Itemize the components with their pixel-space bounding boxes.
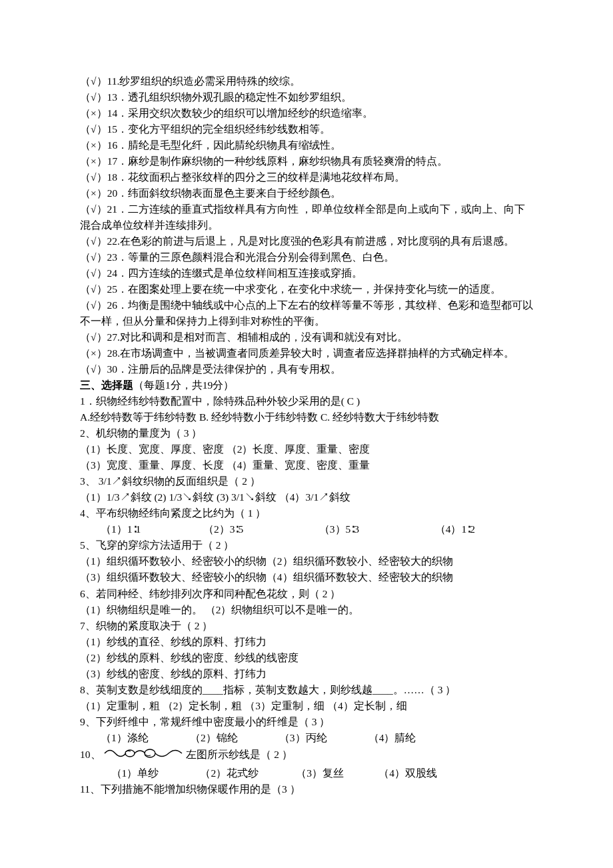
mc-q10-stem: 10、 左图所示纱线是（ 2 ） xyxy=(80,746,533,765)
tf-item-21: （√）21．二方连续的垂直式指纹样具有方向性 ，即单位纹样全部是向上或向下，或向… xyxy=(80,201,533,233)
mc-q8-stem: 8、英制支数是纱线细度的____指标，英制支数越大，则纱线越____。……（ 3… xyxy=(80,682,533,698)
svg-point-1 xyxy=(145,749,155,757)
tf-item-17: （×）17．麻纱是制作麻织物的一种纱线原料，麻纱织物具有质轻爽滑的特点。 xyxy=(80,153,533,169)
tf-item-23: （√）23．等量的三原色颜料混合和光混合分别会得到黑色、白色。 xyxy=(80,249,533,265)
mc-q4-stem: 4、平布织物经纬向紧度之比约为（ 1 ） xyxy=(80,505,533,521)
mc-q11-stem: 11、下列措施不能增加织物保暖作用的是（3 ） xyxy=(80,781,533,797)
tf-item-18: （√）18．花纹面积占整张纹样的四分之三的纹样是满地花纹样布局。 xyxy=(80,169,533,185)
mc-q9-options: （1）涤纶 （2）锦纶 （3）丙纶 （4）腈纶 xyxy=(80,730,533,746)
tf-item-30: （√）30．注册后的品牌是受法律保护的，具有专用权。 xyxy=(80,361,533,377)
tf-item-14: （×）14．采用交织次数较少的组织可以增加经纱的织造缩率。 xyxy=(80,105,533,121)
section-3-note: （每题1分，共19分） xyxy=(133,379,234,391)
section-3-header: 三、选择题（每题1分，共19分） xyxy=(80,377,533,393)
tf-item-24: （√）24．四方连续的连缀式是单位纹样间相互连接或穿插。 xyxy=(80,265,533,281)
mc-q1-options: A.经纱特数等于纬纱特数 B. 经纱特数小于纬纱特数 C. 经纱特数大于纬纱特数 xyxy=(80,409,533,425)
tf-item-28: （×）28.在市场调查中，当被调查者同质差异较大时，调查者应选择群抽样的方式确定… xyxy=(80,345,533,361)
mc-q3-options: （1）1/3↗斜纹 (2) 1/3↘斜纹 (3) 3/1↘斜纹 （4）3/1↗斜… xyxy=(80,489,533,505)
mc-q10-prefix: 10、 xyxy=(80,749,101,760)
mc-q10-opt-2: （2）花式纱 xyxy=(200,765,293,781)
mc-q10-opt-4: （4）双股线 xyxy=(378,765,437,781)
mc-q7-opt-3: （3）纱线的密度、纱线的原料、打纬力 xyxy=(80,666,533,682)
mc-q9-stem: 9、下列纤维中，常规纤维中密度最小的纤维是（ 3 ） xyxy=(80,714,533,730)
mc-q4-opt-4: （4）1∶2 xyxy=(435,521,475,537)
mc-q9-opt-2: （2）锦纶 xyxy=(190,730,277,746)
tf-item-11: （√）11.纱罗组织的织造必需采用特殊的绞综。 xyxy=(80,73,533,89)
mc-q7-stem: 7、织物的紧度取决于（ 2 ） xyxy=(80,618,533,634)
mc-q10-opt-3: （3）复丝 xyxy=(296,765,376,781)
mc-q2-options-row1: （1）长度、宽度、厚度、密度 （2）长度、厚度、重量、密度 xyxy=(80,441,533,457)
tf-item-27: （√）27.对比和调和是相对而言、相辅相成的，没有调和就没有对比。 xyxy=(80,329,533,345)
mc-q10-opt-1: （1）单纱 xyxy=(111,765,198,781)
mc-q10-options: （1）单纱 （2）花式纱 （3）复丝 （4）双股线 xyxy=(80,765,533,781)
mc-q9-opt-1: （1）涤纶 xyxy=(101,730,187,746)
mc-q2-options-row2: （3）宽度、重量、厚度、长度 （4）重量、宽度、密度、重量 xyxy=(80,457,533,473)
tf-item-15: （√）15．变化方平组织的完全组织经纬纱线数相等。 xyxy=(80,121,533,137)
document-page: （√）11.纱罗组织的织造必需采用特殊的绞综。 （√）13．透孔组织织物外观孔眼… xyxy=(0,0,613,868)
tf-item-22: （√）22.在色彩的前进与后退上，凡是对比度强的色彩具有前进感，对比度弱的具有后… xyxy=(80,233,533,249)
mc-q5-stem: 5、飞穿的穿综方法适用于（ 2 ） xyxy=(80,537,533,553)
tf-item-25: （√）25．在图案处理上要在统一中求变化，在变化中求统一，并保持变化与统一的适度… xyxy=(80,281,533,297)
mc-q4-opt-2: （2）3∶5 xyxy=(203,521,316,537)
mc-q5-options-row1: （1）组织循环数较小、经密较小的织物（2）组织循环数较小、经密较大的织物 xyxy=(80,553,533,569)
mc-q4-opt-1: （1）1∶1 xyxy=(101,521,201,537)
mc-q1-stem: 1．织物经纬纱特数配置中，除特殊品种外较少采用的是( C ) xyxy=(80,393,533,409)
mc-q7-opt-2: （2）纱线的原料、纱线的密度、纱线的线密度 xyxy=(80,650,533,666)
section-3-title: 三、选择题 xyxy=(80,379,133,391)
mc-q3-stem: 3、 3/1↗斜纹织物的反面组织是（ 2 ） xyxy=(80,473,533,489)
mc-q9-opt-3: （3）丙纶 xyxy=(279,730,366,746)
tf-item-16: （×）16．腈纶是毛型化纤，因此腈纶织物具有缩绒性。 xyxy=(80,137,533,153)
mc-q5-options-row2: （3）组织循环数较大、经密较小的织物（4）组织循环数较大、经密较大的织物 xyxy=(80,569,533,585)
tf-item-20: （×）20．纬面斜纹织物表面显色主要来自于经纱颜色。 xyxy=(80,185,533,201)
tf-item-26: （√）26．均衡是围绕中轴线或中心点的上下左右的纹样等量不等形，其纹样、色彩和造… xyxy=(80,297,533,329)
mc-q10-suffix: 左图所示纱线是（ 2 ） xyxy=(186,749,293,760)
mc-q6-stem: 6、若同种经、纬纱排列次序和同种配色花纹，则（ 2 ） xyxy=(80,586,533,602)
mc-q8-options: （1）定重制，粗 （2）定长制，粗 （3）定重制，细 （4）定长制，细 xyxy=(80,698,533,714)
mc-q7-opt-1: （1）纱线的直径、纱线的原料、打纬力 xyxy=(80,634,533,650)
fancy-yarn-icon xyxy=(103,746,183,765)
tf-item-13: （√）13．透孔组织织物外观孔眼的稳定性不如纱罗组织。 xyxy=(80,89,533,105)
mc-q9-opt-4: （4）腈纶 xyxy=(368,730,416,746)
mc-q6-options: （1）织物组织是唯一的。 （2）织物组织可以不是唯一的。 xyxy=(80,602,533,618)
mc-q2-stem: 2、机织物的量度为（ 3 ） xyxy=(80,425,533,441)
mc-q4-options: （1）1∶1 （2）3∶5 （3）5∶3 （4）1∶2 xyxy=(80,521,533,537)
mc-q4-opt-3: （3）5∶3 xyxy=(319,521,432,537)
